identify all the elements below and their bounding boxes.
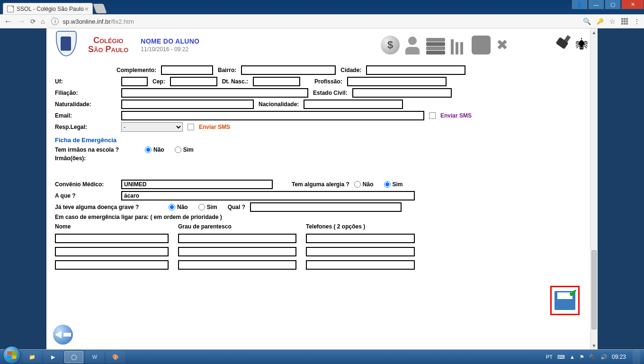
contact2-grau-input[interactable] [178, 247, 296, 256]
enviar-sms-resp-checkbox[interactable] [188, 124, 194, 130]
bairro-input[interactable] [241, 65, 336, 75]
col-grau-header: Grau de parentesco [178, 223, 296, 230]
finance-icon[interactable] [381, 36, 400, 55]
doenca-question: Já teve alguma doença grave ? [55, 204, 164, 210]
apps-grid-icon[interactable] [621, 18, 628, 25]
bookmark-star-icon[interactable]: ☆ [609, 18, 616, 25]
contact1-nome-input[interactable] [55, 234, 169, 243]
brand-line1: Colégio [88, 36, 128, 45]
scroll-down-button[interactable]: ▼ [590, 342, 598, 349]
convenio-label: Convênio Médico: [55, 181, 116, 188]
new-tab-button[interactable] [93, 4, 107, 13]
spider-icon[interactable] [573, 36, 592, 55]
filiacao-input[interactable] [121, 88, 308, 98]
contact2-nome-input[interactable] [55, 247, 169, 256]
dtnasc-input[interactable] [253, 77, 300, 86]
tab-title: SSOL - Colégio São Paulo [17, 6, 84, 12]
key-icon[interactable]: 🔑 [597, 18, 604, 25]
contact3-nome-input[interactable] [55, 260, 169, 270]
url-path: /fix2.htm [111, 18, 134, 25]
url-host: sp.w3online.inf.br [63, 18, 110, 25]
start-button[interactable] [3, 346, 21, 364]
contact1-grau-input[interactable] [178, 234, 296, 243]
profissao-input[interactable] [347, 77, 447, 86]
tray-clock[interactable]: 09:23 [612, 354, 626, 360]
zoom-icon[interactable]: 🔍 [583, 18, 591, 25]
alergia-nao-radio[interactable]: Não [354, 181, 374, 188]
col-tel-header: Telefones ( 2 opções ) [306, 223, 415, 230]
contact1-tel-input[interactable] [306, 234, 415, 243]
tray-power-icon[interactable]: 🔌 [589, 354, 596, 360]
complemento-input[interactable] [161, 65, 213, 75]
email-input[interactable] [121, 111, 424, 120]
cep-input[interactable] [170, 77, 217, 86]
scroll-thumb[interactable] [591, 250, 597, 330]
sim-label-2: Sim [393, 181, 403, 188]
taskbar-chrome-icon[interactable]: ◯ [64, 351, 83, 363]
address-bar[interactable]: i sp.w3online.inf.br/fix2.htm [49, 18, 578, 25]
contact2-tel-input[interactable] [306, 247, 415, 256]
contact3-tel-input[interactable] [306, 260, 415, 270]
pencils-icon[interactable] [449, 36, 468, 55]
complemento-label: Complemento: [116, 67, 156, 73]
site-info-icon[interactable]: i [51, 18, 59, 25]
page-icon [7, 6, 14, 12]
save-button[interactable] [555, 291, 575, 310]
usb-icon[interactable] [550, 36, 569, 55]
tray-keyboard-icon[interactable]: ⌨ [557, 354, 565, 360]
tools-icon[interactable] [494, 36, 513, 55]
qual-label: Qual ? [228, 204, 245, 210]
cidade-input[interactable] [366, 65, 465, 75]
uf-label: Uf: [55, 78, 116, 85]
tray-language[interactable]: PT [546, 354, 553, 360]
scroll-track[interactable] [590, 36, 598, 342]
enviar-sms-email-checkbox[interactable] [429, 112, 436, 119]
tray-flag-icon[interactable]: ⚑ [580, 354, 584, 360]
taskbar-paint-icon[interactable]: 🎨 [106, 351, 125, 363]
taskbar-media-icon[interactable]: ▶ [44, 351, 63, 363]
contact3-grau-input[interactable] [178, 260, 296, 270]
save-button-highlight [550, 286, 580, 315]
tray-volume-icon[interactable]: 🔊 [600, 354, 607, 360]
chrome-menu-icon[interactable]: ⋮ [634, 18, 640, 25]
doenca-nao-radio[interactable]: Não [169, 204, 188, 210]
person-icon[interactable] [403, 36, 422, 55]
school-brand: Colégio São Paulo [88, 36, 128, 54]
nacionalidade-input[interactable] [304, 100, 403, 109]
books-icon[interactable] [426, 36, 445, 55]
browser-tab[interactable]: SSOL - Colégio São Paulo × [3, 3, 93, 14]
irmaos-sim-radio[interactable]: Sim [175, 146, 194, 153]
profissao-label: Profissão: [314, 78, 342, 85]
reload-button[interactable]: ⟳ [30, 18, 36, 25]
emerg-ligar-label: Em caso de emergência ligar para: ( em o… [55, 214, 222, 220]
enviar-sms-email-label: Enviar SMS [440, 112, 472, 119]
aque-input[interactable] [121, 191, 415, 200]
page-scrollbar[interactable]: ▲ ▼ [590, 28, 598, 349]
taskbar-explorer-icon[interactable]: 📁 [23, 351, 42, 363]
left-gutter [0, 28, 46, 349]
qual-input[interactable] [250, 202, 402, 212]
taskbar-word-icon[interactable]: W [85, 351, 104, 363]
doenca-sim-radio[interactable]: Sim [198, 204, 217, 210]
show-desktop-button[interactable] [633, 350, 640, 364]
home-button[interactable]: ⌂ [41, 18, 45, 25]
nav-back-button[interactable]: ← [4, 17, 12, 27]
cep-label: Cep: [152, 78, 165, 85]
irmaoes-label: Irmão(ões): [55, 155, 86, 162]
tray-up-icon[interactable]: ▲ [570, 354, 575, 360]
cidade-label: Cidade: [340, 67, 361, 73]
uf-input[interactable] [121, 77, 148, 86]
scroll-up-button[interactable]: ▲ [590, 28, 598, 36]
convenio-input[interactable] [121, 180, 273, 189]
bairro-label: Bairro: [218, 67, 236, 73]
tab-close-icon[interactable]: × [85, 6, 89, 12]
aque-label: A que ? [55, 192, 116, 199]
naturalidade-input[interactable] [121, 100, 254, 109]
irmaos-nao-radio[interactable]: Não [145, 146, 164, 153]
engine-icon[interactable] [472, 36, 491, 55]
resplegal-select[interactable]: - [121, 122, 183, 132]
estadocivil-input[interactable] [352, 88, 452, 98]
col-nome-header: Nome [55, 223, 169, 230]
alergia-sim-radio[interactable]: Sim [384, 181, 403, 188]
page-back-button[interactable] [53, 325, 73, 345]
